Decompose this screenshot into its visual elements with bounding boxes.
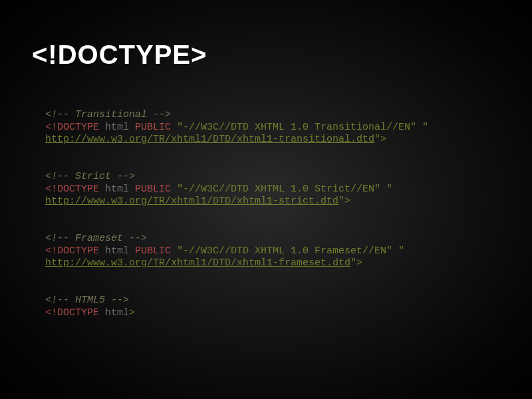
- doctype-tag: <!DOCTYPE: [45, 245, 99, 257]
- doctype-tag: <!DOCTYPE: [45, 122, 99, 133]
- comment-html5: <!-- HTML5 -->: [45, 295, 129, 306]
- html-keyword: html: [99, 184, 135, 195]
- slide: <!DOCTYPE> <!-- Transitional --> <!DOCTY…: [0, 0, 532, 399]
- fpi-string: "-//W3C//DTD XHTML 1.0 Strict//EN" ": [171, 184, 392, 195]
- public-keyword: PUBLIC: [135, 122, 171, 133]
- comment-transitional: <!-- Transitional -->: [45, 109, 171, 120]
- close-angle: ">: [374, 134, 386, 145]
- code-block: <!-- Transitional --> <!DOCTYPE html PUB…: [32, 96, 500, 332]
- close-angle: ">: [338, 196, 350, 207]
- dtd-url-transitional[interactable]: http://www.w3.org/TR/xhtml1/DTD/xhtml1-t…: [45, 134, 374, 145]
- slide-title: <!DOCTYPE>: [32, 40, 500, 70]
- dtd-url-strict[interactable]: http://www.w3.org/TR/xhtml1/DTD/xhtml1-s…: [45, 196, 338, 207]
- fpi-string: "-//W3C//DTD XHTML 1.0 Transitional//EN"…: [171, 122, 428, 133]
- blank-line: [45, 146, 500, 158]
- html-keyword: html: [99, 307, 129, 319]
- doctype-tag: <!DOCTYPE: [45, 184, 99, 195]
- doctype-tag: <!DOCTYPE: [45, 307, 99, 319]
- html-keyword: html: [99, 122, 135, 133]
- blank-line: [45, 270, 500, 282]
- comment-frameset: <!-- Frameset -->: [45, 233, 147, 244]
- comment-strict: <!-- Strict -->: [45, 171, 135, 182]
- blank-line: [45, 208, 500, 220]
- fpi-string: "-//W3C//DTD XHTML 1.0 Frameset//EN" ": [171, 245, 404, 257]
- public-keyword: PUBLIC: [135, 245, 171, 257]
- dtd-url-frameset[interactable]: http://www.w3.org/TR/xhtml1/DTD/xhtml1-f…: [45, 257, 350, 269]
- html-keyword: html: [99, 245, 135, 257]
- close-angle: ">: [350, 257, 362, 269]
- close-angle: >: [129, 307, 135, 319]
- public-keyword: PUBLIC: [135, 184, 171, 195]
